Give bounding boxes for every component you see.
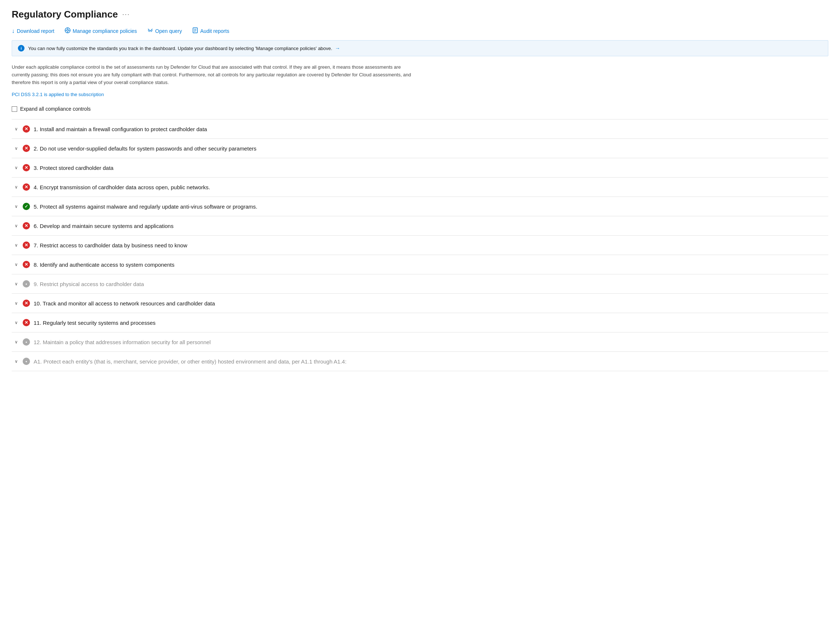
item-label: 5. Protect all systems against malware a… [34, 204, 257, 210]
compliance-item-8[interactable]: ∨✕8. Identify and authenticate access to… [12, 255, 828, 274]
status-icon: ● [23, 280, 30, 287]
info-icon: i [18, 45, 25, 52]
compliance-item-12[interactable]: ∨●12. Maintain a policy that addresses i… [12, 333, 828, 351]
status-icon: ● [23, 357, 30, 365]
chevron-icon: ∨ [13, 126, 19, 132]
item-label: 6. Develop and maintain secure systems a… [34, 223, 174, 229]
item-label: A1. Protect each entity's (that is, merc… [34, 358, 346, 365]
chevron-icon: ∨ [13, 281, 19, 286]
item-label: 7. Restrict access to cardholder data by… [34, 242, 187, 248]
description-text: Under each applicable compliance control… [12, 64, 414, 86]
status-icon: ✕ [23, 242, 30, 249]
download-icon: ↓ [12, 28, 15, 34]
pci-link[interactable]: PCI DSS 3.2.1 is applied to the subscrip… [12, 92, 104, 97]
status-icon: ● [23, 338, 30, 346]
item-label: 9. Restrict physical access to cardholde… [34, 281, 144, 287]
status-icon: ✕ [23, 319, 30, 326]
compliance-item-4[interactable]: ∨✕4. Encrypt transmission of cardholder … [12, 178, 828, 197]
expand-all-label: Expand all compliance controls [20, 106, 91, 112]
status-icon: ✕ [23, 125, 30, 132]
compliance-item-13[interactable]: ∨●A1. Protect each entity's (that is, me… [12, 352, 828, 371]
chevron-icon: ∨ [13, 204, 19, 209]
chevron-icon: ∨ [13, 243, 19, 248]
expand-all-row: Expand all compliance controls [12, 106, 828, 112]
manage-compliance-button[interactable]: Manage compliance policies [65, 28, 137, 34]
chevron-icon: ∨ [13, 223, 19, 228]
compliance-item-3[interactable]: ∨✕3. Protect stored cardholder data [12, 158, 828, 177]
item-label: 1. Install and maintain a firewall confi… [34, 126, 207, 132]
manage-icon [65, 28, 70, 34]
chevron-icon: ∨ [13, 301, 19, 306]
compliance-item-1[interactable]: ∨✕1. Install and maintain a firewall con… [12, 119, 828, 139]
audit-icon [192, 28, 198, 34]
compliance-item-11[interactable]: ∨✕11. Regularly test security systems an… [12, 313, 828, 332]
status-icon: ✕ [23, 222, 30, 229]
chevron-icon: ∨ [13, 165, 19, 170]
open-query-button[interactable]: Open query [147, 28, 182, 34]
item-label: 4. Encrypt transmission of cardholder da… [34, 184, 210, 190]
download-report-button[interactable]: ↓ Download report [12, 28, 54, 34]
compliance-item-7[interactable]: ∨✕7. Restrict access to cardholder data … [12, 236, 828, 255]
compliance-item-2[interactable]: ∨✕2. Do not use vendor-supplied defaults… [12, 139, 828, 158]
item-label: 10. Track and monitor all access to netw… [34, 300, 215, 307]
expand-all-checkbox[interactable] [12, 106, 17, 112]
page-title: Regulatory Compliance ··· [12, 9, 828, 28]
chevron-icon: ∨ [13, 262, 19, 267]
compliance-list: ∨✕1. Install and maintain a firewall con… [12, 119, 828, 371]
chevron-icon: ∨ [13, 146, 19, 151]
compliance-item-10[interactable]: ∨✕10. Track and monitor all access to ne… [12, 294, 828, 313]
item-label: 2. Do not use vendor-supplied defaults f… [34, 145, 256, 152]
audit-reports-button[interactable]: Audit reports [192, 28, 229, 34]
item-label: 8. Identify and authenticate access to s… [34, 261, 174, 268]
status-icon: ✕ [23, 164, 30, 171]
chevron-icon: ∨ [13, 339, 19, 344]
status-icon: ✓ [23, 203, 30, 210]
item-label: 3. Protect stored cardholder data [34, 165, 113, 171]
status-icon: ✕ [23, 261, 30, 268]
item-label: 11. Regularly test security systems and … [34, 320, 155, 326]
status-icon: ✕ [23, 145, 30, 152]
svg-point-1 [67, 29, 69, 31]
chevron-icon: ∨ [13, 359, 19, 364]
item-label: 12. Maintain a policy that addresses inf… [34, 339, 211, 345]
compliance-item-5[interactable]: ∨✓5. Protect all systems against malware… [12, 197, 828, 216]
info-banner: i You can now fully customize the standa… [12, 40, 828, 56]
query-icon [147, 28, 153, 34]
status-icon: ✕ [23, 300, 30, 307]
chevron-icon: ∨ [13, 184, 19, 189]
status-icon: ✕ [23, 183, 30, 191]
compliance-item-6[interactable]: ∨✕6. Develop and maintain secure systems… [12, 216, 828, 235]
chevron-icon: ∨ [13, 320, 19, 325]
toolbar: ↓ Download report Manage compliance poli… [12, 28, 828, 34]
compliance-item-9[interactable]: ∨●9. Restrict physical access to cardhol… [12, 274, 828, 293]
